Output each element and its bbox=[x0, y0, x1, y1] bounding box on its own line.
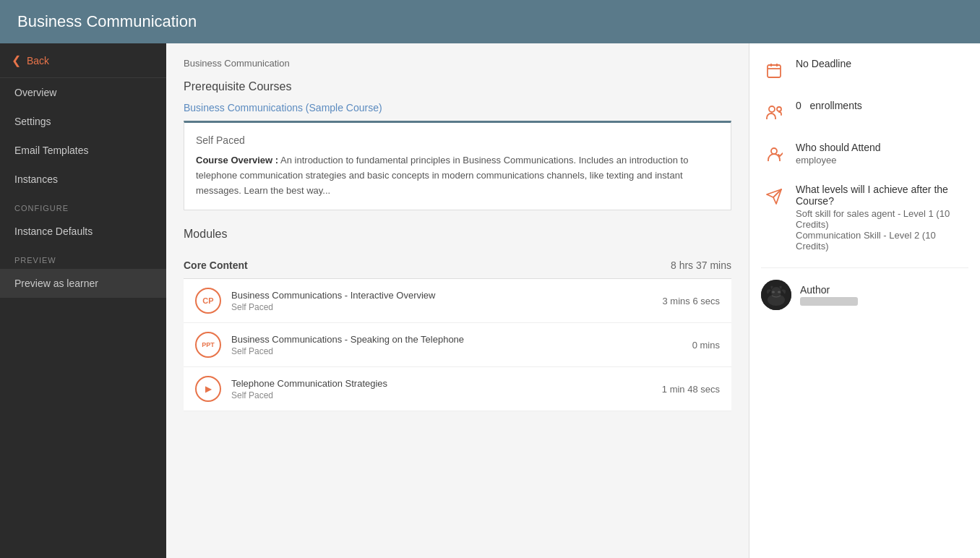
who-should-attend-value: employee bbox=[796, 155, 968, 166]
page-title: Business Communication bbox=[17, 12, 197, 31]
back-label: Back bbox=[27, 55, 49, 66]
enrollments-label: 0 enrollments bbox=[796, 100, 968, 111]
deadline-row: No Deadline bbox=[761, 58, 968, 84]
self-paced-label: Self Paced bbox=[196, 134, 719, 146]
chevron-left-icon: ❮ bbox=[12, 53, 21, 67]
svg-point-5 bbox=[777, 107, 781, 111]
users-icon bbox=[761, 100, 787, 126]
levels-label: What levels will I achieve after the Cou… bbox=[796, 184, 968, 207]
enrollments-content: 0 enrollments bbox=[796, 100, 968, 113]
level-2: Communication Skill - Level 2 (10 Credit… bbox=[796, 230, 968, 252]
module-title-1: Business Communications - Speaking on th… bbox=[231, 334, 692, 345]
divider bbox=[761, 267, 968, 268]
enrollments-text: enrollments bbox=[809, 100, 861, 111]
module-pace-0: Self Paced bbox=[231, 302, 663, 312]
prerequisite-link[interactable]: Business Communications (Sample Course) bbox=[184, 102, 731, 113]
module-pace-2: Self Paced bbox=[231, 390, 662, 400]
who-icon bbox=[761, 142, 787, 168]
who-should-attend-content: Who should Attend employee bbox=[796, 142, 968, 166]
module-item-1[interactable]: PPT Business Communications - Speaking o… bbox=[184, 323, 731, 367]
levels-row: What levels will I achieve after the Cou… bbox=[761, 184, 968, 252]
level-1: Soft skill for sales agent - Level 1 (10… bbox=[796, 208, 968, 230]
deadline-label: No Deadline bbox=[796, 58, 968, 69]
configure-section-label: CONFIGURE bbox=[0, 194, 166, 217]
module-pace-1: Self Paced bbox=[231, 346, 692, 356]
author-row: Author bbox=[761, 280, 968, 310]
module-icon-play: ▶ bbox=[195, 376, 221, 402]
core-content-duration: 8 hrs 37 mins bbox=[671, 259, 731, 271]
svg-point-4 bbox=[769, 106, 775, 112]
deadline-content: No Deadline bbox=[796, 58, 968, 71]
module-item-0[interactable]: CP Business Communications - Interactive… bbox=[184, 279, 731, 323]
author-name-blurred bbox=[800, 297, 858, 306]
enrollments-count: 0 bbox=[796, 100, 801, 111]
module-title-0: Business Communications - Interactive Ov… bbox=[231, 290, 663, 301]
course-overview: Course Overview : An introduction to fun… bbox=[196, 153, 719, 198]
module-info-1: Business Communications - Speaking on th… bbox=[231, 334, 692, 356]
page-header: Business Communication bbox=[0, 0, 980, 43]
who-should-attend-label: Who should Attend bbox=[796, 142, 968, 153]
main-content: Business Communication Prerequisite Cour… bbox=[166, 43, 749, 558]
svg-point-11 bbox=[778, 291, 781, 293]
author-label: Author bbox=[800, 284, 858, 296]
author-content: Author bbox=[800, 284, 858, 306]
breadcrumb: Business Communication bbox=[184, 58, 731, 69]
levels-content: What levels will I achieve after the Cou… bbox=[796, 184, 968, 252]
author-avatar bbox=[761, 280, 791, 310]
svg-point-6 bbox=[771, 148, 777, 154]
core-content-header: Core Content 8 hrs 37 mins bbox=[184, 252, 731, 279]
module-icon-ppt: PPT bbox=[195, 332, 221, 358]
sidebar: ❮ Back Overview Settings Email Templates… bbox=[0, 43, 166, 558]
module-duration-2: 1 min 48 secs bbox=[662, 384, 720, 395]
module-info-2: Telephone Communication Strategies Self … bbox=[231, 378, 662, 400]
svg-point-10 bbox=[772, 291, 775, 293]
core-content-label: Core Content bbox=[184, 259, 248, 271]
preview-section-label: PREVIEW bbox=[0, 246, 166, 269]
module-title-2: Telephone Communication Strategies bbox=[231, 378, 662, 389]
calendar-icon bbox=[761, 58, 787, 84]
svg-rect-0 bbox=[768, 65, 781, 77]
module-info-0: Business Communications - Interactive Ov… bbox=[231, 290, 663, 312]
module-item-2[interactable]: ▶ Telephone Communication Strategies Sel… bbox=[184, 367, 731, 411]
sidebar-item-instance-defaults[interactable]: Instance Defaults bbox=[0, 217, 166, 246]
module-icon-cp: CP bbox=[195, 288, 221, 314]
module-duration-0: 3 mins 6 secs bbox=[663, 296, 720, 306]
who-should-attend-row: Who should Attend employee bbox=[761, 142, 968, 168]
enrollments-row: 0 enrollments bbox=[761, 100, 968, 126]
body-layout: ❮ Back Overview Settings Email Templates… bbox=[0, 43, 980, 558]
modules-title: Modules bbox=[184, 228, 731, 241]
sidebar-item-overview[interactable]: Overview bbox=[0, 78, 166, 107]
levels-icon bbox=[761, 184, 787, 210]
overview-label: Course Overview : bbox=[196, 155, 278, 166]
sidebar-item-email-templates[interactable]: Email Templates bbox=[0, 136, 166, 165]
right-panel: No Deadline 0 enrollments bbox=[749, 43, 980, 558]
sidebar-item-preview-as-learner[interactable]: Preview as learner bbox=[0, 269, 166, 298]
sidebar-item-settings[interactable]: Settings bbox=[0, 107, 166, 136]
course-card: Self Paced Course Overview : An introduc… bbox=[184, 121, 731, 210]
sidebar-item-instances[interactable]: Instances bbox=[0, 165, 166, 194]
back-button[interactable]: ❮ Back bbox=[0, 43, 166, 78]
module-duration-1: 0 mins bbox=[692, 340, 720, 351]
prerequisite-courses-title: Prerequisite Courses bbox=[184, 80, 731, 93]
